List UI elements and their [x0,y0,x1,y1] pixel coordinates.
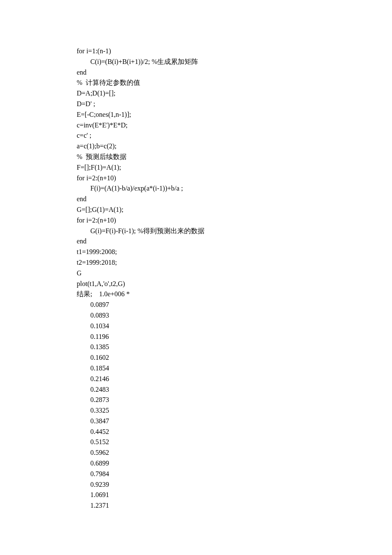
code-line: C(i)=(B(i)+B(i+1))/2; %生成累加矩阵 [77,57,375,67]
code-line: % 计算待定参数的值 [77,78,375,88]
code-line: a=c(1);b=c(2); [77,141,375,152]
result-value: 0.0897 [77,300,375,310]
result-value: 0.1034 [77,321,375,332]
result-value: 0.3325 [77,405,375,416]
code-line: D=A;D(1)=[]; [77,88,375,99]
code-line: G [77,268,375,279]
code-line: D=D' ; [77,99,375,110]
result-value: 0.2873 [77,395,375,405]
code-line: for i=1:(n-1) [77,46,375,57]
result-value: 0.3847 [77,416,375,427]
result-value: 0.0893 [77,310,375,321]
result-value: 1.0691 [77,490,375,500]
code-line: G(i)=F(i)-F(i-1); %得到预测出来的数据 [77,226,375,237]
code-line: t1=1999:2008; [77,247,375,257]
code-line: end [77,194,375,205]
result-header: 结果; 1.0e+006 * [77,289,375,300]
code-line: E=[-C;ones(1,n-1)]; [77,110,375,120]
result-value: 0.7984 [77,469,375,480]
result-value: 0.1854 [77,363,375,374]
code-line: F=[];F(1)=A(1); [77,162,375,173]
code-line: for i=2:(n+10) [77,173,375,184]
result-value: 0.2146 [77,374,375,384]
code-line: c=c' ; [77,130,375,141]
result-value: 0.5962 [77,448,375,458]
result-value: 0.9239 [77,480,375,490]
code-line: end [77,236,375,247]
result-value: 0.1602 [77,353,375,363]
code-line: c=inv(E*E')*E*D; [77,120,375,131]
result-value: 0.1385 [77,342,375,353]
result-value: 0.1196 [77,332,375,342]
result-value: 0.6899 [77,458,375,469]
result-value: 0.4452 [77,427,375,437]
result-value: 0.5152 [77,437,375,448]
code-line: end [77,67,375,78]
code-line: G=[];G(1)=A(1); [77,205,375,215]
code-line: t2=1999:2018; [77,257,375,268]
code-line: for i=2:(n+10) [77,215,375,226]
document-page: for i=1:(n-1) C(i)=(B(i)+B(i+1))/2; %生成累… [0,0,392,555]
result-value: 1.2371 [77,500,375,511]
code-line: F(i)=(A(1)-b/a)/exp(a*(i-1))+b/a ; [77,183,375,194]
result-value: 0.2483 [77,384,375,395]
code-line: plot(t1,A,'o',t2,G) [77,279,375,289]
code-line: % 预测后续数据 [77,152,375,162]
